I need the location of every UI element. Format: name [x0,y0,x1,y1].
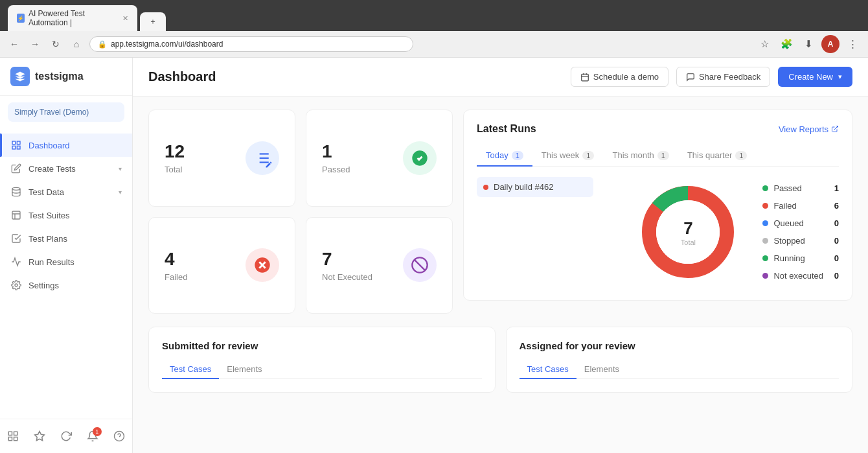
stat-not-executed-info: 7 Not Executed [322,249,372,282]
submitted-test-cases-label: Test Cases [170,364,211,374]
stat-failed[interactable]: 4 Failed [148,217,295,314]
assigned-review-panel: Assigned for your review Test Cases Elem… [506,327,853,393]
svg-point-6 [15,284,17,286]
assigned-review-title: Assigned for your review [520,340,839,351]
tab-this-week[interactable]: This week 1 [532,145,604,167]
reload-button[interactable]: ↻ [48,36,63,52]
settings-icon [10,279,22,291]
sidebar-item-dashboard[interactable]: Dashboard [0,134,132,157]
submitted-elements-tab[interactable]: Elements [219,360,269,379]
submitted-review-tabs: Test Cases Elements [162,360,482,379]
legend-failed: Failed 6 [762,201,839,211]
svg-marker-11 [35,432,45,441]
address-bar[interactable]: 🔒 app.testsigma.com/ui/dashboard [89,36,413,52]
active-tab[interactable]: ⚡ AI Powered Test Automation | ✕ [8,5,137,31]
legend-not-executed: Not executed 0 [762,271,839,281]
svg-rect-3 [17,146,20,149]
tab-close[interactable]: ✕ [122,14,128,23]
stat-not-executed[interactable]: 7 Not Executed [306,217,453,314]
assigned-elements-label: Elements [584,364,619,374]
stat-failed-icon [246,248,279,282]
test-suites-icon [10,209,22,221]
svg-rect-7 [9,432,12,435]
tab-this-month-count: 1 [657,151,669,160]
create-new-button[interactable]: Create New ▾ [778,67,852,87]
back-button[interactable]: ← [6,36,22,52]
share-feedback-button[interactable]: Share Feedback [676,67,770,87]
stat-passed-number: 1 [322,141,350,162]
new-tab-button[interactable]: ＋ [140,12,166,31]
tab-this-month[interactable]: This month 1 [603,145,678,167]
test-plans-icon [10,233,22,244]
stat-passed[interactable]: 1 Passed [306,110,453,207]
menu-button[interactable]: ⋮ [843,35,862,53]
legend-stopped-count: 0 [828,236,839,246]
footer-notification-button[interactable]: 1 [82,426,103,447]
latest-runs-title: Latest Runs [477,123,536,135]
runs-list: Daily build #462 [477,177,593,197]
toolbar-actions: ☆ 🧩 ⬇ A ⋮ [755,35,862,53]
test-plans-label: Test Plans [29,234,67,244]
runs-tabs: Today 1 This week 1 This month 1 This [477,145,839,167]
share-feedback-label: Share Feedback [699,72,760,82]
view-reports-link[interactable]: View Reports [779,124,839,134]
sidebar-item-create-tests[interactable]: Create Tests ▾ [0,157,132,180]
legend-running: Running 0 [762,253,839,263]
legend-passed-label: Passed [773,183,801,193]
dashboard-body: 12 Total 1 Passed [133,97,868,406]
create-tests-label: Create Tests [29,164,76,174]
logo-text: testsigma [35,71,84,82]
legend-failed-label: Failed [773,201,796,211]
stat-failed-label: Failed [165,272,187,282]
legend-not-executed-count: 0 [828,271,839,281]
sidebar-item-settings[interactable]: Settings [0,273,132,297]
run-item-daily-build[interactable]: Daily build #462 [477,177,593,197]
sidebar-item-test-data[interactable]: Test Data ▾ [0,180,132,203]
run-item-label: Daily build #462 [494,182,554,192]
stat-passed-icon [403,141,437,175]
download-button[interactable]: ⬇ [799,35,817,53]
svg-rect-14 [582,74,589,81]
latest-runs-section: Latest Runs View Reports Today 1 This we… [463,110,852,301]
view-reports-label: View Reports [779,124,828,134]
tab-this-quarter[interactable]: This quarter 1 [678,145,757,167]
donut-total-number: 7 [681,218,696,238]
workspace-badge[interactable]: Simply Travel (Demo) [8,102,124,122]
tab-today-count: 1 [512,151,523,160]
sidebar-item-test-plans[interactable]: Test Plans [0,227,132,250]
tab-today[interactable]: Today 1 [477,145,532,167]
svg-rect-0 [12,141,16,145]
footer-bookmark-button[interactable] [29,426,50,447]
submitted-test-cases-tab[interactable]: Test Cases [162,360,219,379]
footer-grid-button[interactable] [3,426,23,447]
svg-rect-8 [14,432,17,435]
stat-total[interactable]: 12 Total [148,110,295,207]
footer-refresh-button[interactable] [56,426,76,447]
sidebar: testsigma Simply Travel (Demo) Dashboard… [0,58,133,453]
profile-button[interactable]: A [821,35,839,53]
forward-button[interactable]: → [27,36,43,52]
assigned-review-tabs: Test Cases Elements [520,360,839,379]
legend-queued-label: Queued [773,218,803,228]
tab-today-label: Today [486,150,508,160]
tab-title: AI Powered Test Automation | [29,9,115,27]
extensions-button[interactable]: 🧩 [777,35,795,53]
run-results-icon [10,256,22,268]
svg-rect-10 [14,437,17,441]
sidebar-item-run-results[interactable]: Run Results [0,250,132,273]
home-button[interactable]: ⌂ [69,36,84,52]
sidebar-item-test-suites[interactable]: Test Suites [0,203,132,227]
bookmark-button[interactable]: ☆ [755,35,773,53]
lock-icon: 🔒 [98,40,107,49]
assigned-elements-tab[interactable]: Elements [577,360,627,379]
assigned-test-cases-tab[interactable]: Test Cases [520,360,577,379]
tab-this-quarter-count: 1 [735,151,747,160]
stats-and-runs: 12 Total 1 Passed [148,110,852,314]
footer-help-button[interactable] [109,426,130,447]
legend-running-dot [762,255,768,261]
legend-stopped-dot [762,238,768,244]
tab-this-week-count: 1 [582,151,594,160]
schedule-demo-button[interactable]: Schedule a demo [571,67,668,87]
app-container: testsigma Simply Travel (Demo) Dashboard… [0,58,868,453]
runs-body: Daily build #462 [477,177,839,287]
